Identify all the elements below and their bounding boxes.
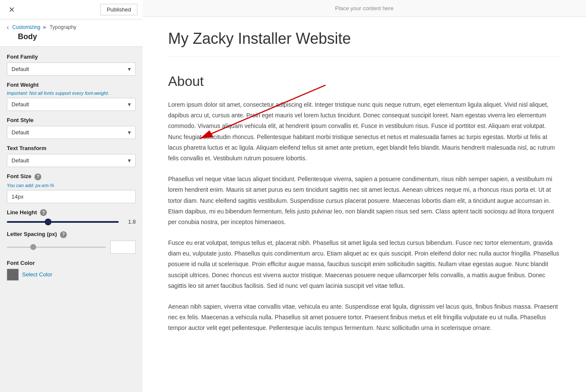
font-style-label: Font Style <box>7 117 136 123</box>
back-arrow-icon[interactable]: ‹ <box>7 24 9 31</box>
letter-spacing-help-icon[interactable]: ? <box>60 231 67 238</box>
close-button[interactable]: ✕ <box>5 3 18 16</box>
font-family-select[interactable]: Default <box>7 63 135 75</box>
top-bar: ✕ Published <box>0 0 143 20</box>
letter-spacing-input[interactable] <box>110 241 136 254</box>
font-weight-label: Font Weight <box>7 82 136 88</box>
preview-paragraph-2: Phasellus vel neque vitae lacus aliquet … <box>168 174 560 227</box>
preview-site-title: My Zacky Installer Website <box>168 30 560 57</box>
controls-area: Font Family Default ▼ Font Weight Import… <box>0 47 143 392</box>
right-panel: Place your content here My Zacky Install… <box>143 0 586 392</box>
select-color-button[interactable]: Select Color <box>22 271 52 278</box>
letter-spacing-label: Letter Spacing (px) ? <box>7 231 136 238</box>
breadcrumb-bar: ‹ Customizing ► Typography Body <box>0 20 143 47</box>
font-weight-note: Important: Not all fonts support every f… <box>7 91 136 96</box>
text-transform-label: Text Transform <box>7 145 136 151</box>
font-color-row: Select Color <box>7 269 136 281</box>
line-height-help-icon[interactable]: ? <box>40 209 47 216</box>
font-color-label: Font Color <box>7 260 136 266</box>
letter-spacing-range-row <box>7 241 136 254</box>
font-family-group: Font Family Default ▼ <box>7 54 136 76</box>
breadcrumb-separator: ► <box>43 24 48 30</box>
font-size-label: Font Size ? <box>7 173 136 180</box>
published-button[interactable]: Published <box>100 4 137 15</box>
line-height-slider[interactable] <box>7 221 119 223</box>
line-height-group: Line Height ? 1.8 <box>7 209 136 225</box>
font-weight-select[interactable]: Default <box>7 98 135 111</box>
left-panel: ✕ Published ‹ Customizing ► Typography B… <box>0 0 143 392</box>
color-swatch[interactable] <box>7 269 19 281</box>
font-style-select-wrapper: Default ▼ <box>7 126 136 139</box>
preview-content: My Zacky Installer Website About Lorem i… <box>143 17 586 357</box>
font-family-select-wrapper: Default ▼ <box>7 62 136 76</box>
line-height-label: Line Height ? <box>7 209 136 216</box>
text-transform-select[interactable]: Default <box>7 154 135 167</box>
letter-spacing-slider[interactable] <box>7 247 106 248</box>
font-style-group: Font Style Default ▼ <box>7 117 136 139</box>
font-size-help-icon[interactable]: ? <box>34 173 41 180</box>
text-transform-select-wrapper: Default ▼ <box>7 154 136 167</box>
preview-paragraph-4: Aenean nibh sapien, viverra vitae conval… <box>168 301 560 334</box>
font-weight-select-wrapper: Default ▼ <box>7 98 136 111</box>
preview-section-heading: About <box>168 74 560 89</box>
preview-paragraph-1: Lorem ipsum dolor sit amet, consectetur … <box>168 99 560 164</box>
preview-topbar-text: Place your content here <box>335 5 393 11</box>
font-color-group: Font Color Select Color <box>7 260 136 281</box>
preview-topbar: Place your content here <box>143 0 586 17</box>
font-style-select[interactable]: Default <box>7 126 135 139</box>
preview-paragraph-3: Fusce eu erat volutpat, tempus tellus et… <box>168 238 560 291</box>
font-weight-group: Font Weight Important: Not all fonts sup… <box>7 82 136 111</box>
breadcrumb-current: Typography <box>50 24 77 30</box>
font-size-sublabel: You can add: px-em-% <box>7 183 136 188</box>
line-height-value: 1.8 <box>123 219 136 225</box>
text-transform-group: Text Transform Default ▼ <box>7 145 136 167</box>
font-size-group: Font Size ? You can add: px-em-% <box>7 173 136 203</box>
breadcrumb: ‹ Customizing ► Typography <box>7 24 136 31</box>
line-height-range-row: 1.8 <box>7 219 136 225</box>
font-size-input[interactable] <box>7 190 136 203</box>
letter-spacing-group: Letter Spacing (px) ? <box>7 231 136 254</box>
font-family-label: Font Family <box>7 54 136 60</box>
breadcrumb-parent-link[interactable]: Customizing <box>12 24 40 30</box>
section-title: Body <box>18 32 136 41</box>
